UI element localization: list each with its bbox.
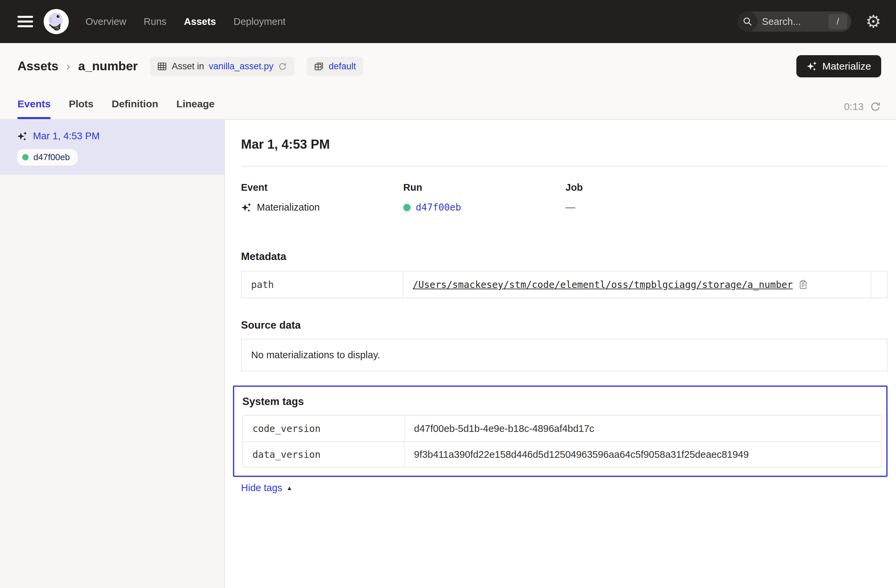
asset-tabs: Events Plots Definition Lineage 0:13 — [0, 98, 896, 119]
metadata-key: path — [242, 272, 403, 298]
gear-icon[interactable]: ⚙ — [866, 13, 881, 30]
event-type-value: Materialization — [257, 202, 320, 213]
menu-icon[interactable] — [17, 16, 33, 27]
top-nav: Overview Runs Assets Deployment / ⚙ — [0, 0, 896, 43]
metadata-section: Metadata path /Users/smackesey/stm/code/… — [241, 251, 888, 298]
system-tag-value: 9f3b411a390fd22e158d446d5d12504963596aa6… — [414, 449, 749, 460]
table-end-cell — [871, 272, 887, 298]
asset-file-link[interactable]: vanilla_asset.py — [209, 61, 273, 71]
nav-item-assets[interactable]: Assets — [184, 16, 216, 27]
nav-item-overview[interactable]: Overview — [85, 16, 126, 27]
run-id-link[interactable]: d47f00eb — [416, 202, 461, 213]
hide-tags-link[interactable]: Hide tags ▲ — [241, 482, 293, 494]
run-status-dot — [22, 154, 29, 161]
event-detail-title: Mar 1, 4:53 PM — [241, 137, 888, 152]
event-timestamp: Mar 1, 4:53 PM — [33, 131, 100, 141]
run-column-label: Run — [403, 182, 565, 193]
system-tag-key: code_version — [243, 416, 405, 441]
table-row: path /Users/smackesey/stm/code/elementl/… — [242, 272, 887, 298]
table-row: code_version d47f00eb-5d1b-4e9e-b18c-489… — [243, 416, 881, 441]
tab-lineage[interactable]: Lineage — [176, 98, 215, 119]
page-title: a_number — [78, 59, 138, 73]
job-value: — — [565, 202, 575, 213]
source-data-heading: Source data — [241, 319, 888, 331]
tab-definition[interactable]: Definition — [112, 98, 158, 119]
refresh-countdown: 0:13 — [844, 101, 864, 112]
hide-tags-label: Hide tags — [241, 482, 282, 494]
code-location-link[interactable]: default — [329, 61, 356, 71]
divider — [241, 166, 888, 167]
global-search[interactable]: / — [738, 11, 851, 32]
run-status-dot — [403, 204, 411, 211]
system-tags-heading: System tags — [242, 396, 882, 408]
search-input[interactable] — [761, 16, 815, 27]
nav-item-deployment[interactable]: Deployment — [233, 16, 286, 27]
materialization-sparkle-icon — [241, 202, 252, 213]
event-summary: Event Materialization Run d47f00eb — [241, 182, 888, 213]
tab-plots[interactable]: Plots — [69, 98, 93, 119]
primary-nav: Overview Runs Assets Deployment — [85, 16, 285, 27]
materialize-button[interactable]: Materialize — [796, 55, 881, 77]
source-data-empty-message: No materializations to display. — [241, 339, 888, 371]
table-row: data_version 9f3b411a390fd22e158d446d5d1… — [243, 441, 881, 467]
source-data-section: Source data No materializations to displ… — [241, 319, 888, 371]
breadcrumb: Assets › a_number Asset in vanilla_asset… — [0, 55, 896, 77]
path-link[interactable]: /Users/smackesey/stm/code/elementl/oss/t… — [413, 279, 793, 290]
materialize-button-label: Materialize — [822, 61, 871, 72]
nav-item-runs[interactable]: Runs — [144, 16, 167, 27]
dagster-logo-icon[interactable] — [43, 8, 69, 35]
breadcrumb-assets-link[interactable]: Assets — [17, 59, 58, 73]
reload-icon[interactable] — [278, 62, 287, 71]
event-list-item[interactable]: Mar 1, 4:53 PM d47f00eb — [0, 120, 224, 175]
system-tag-value: d47f00eb-5d1b-4e9e-b18c-4896af4bd17c — [414, 423, 594, 434]
repo-grid-icon — [314, 62, 324, 71]
run-badge[interactable]: d47f00eb — [17, 149, 78, 166]
asset-location-prefix: Asset in — [172, 61, 204, 71]
metadata-table: path /Users/smackesey/stm/code/elementl/… — [241, 271, 888, 298]
asset-location-badge[interactable]: Asset in vanilla_asset.py — [150, 57, 294, 76]
search-shortcut-key: / — [828, 14, 847, 29]
code-location-badge[interactable]: default — [306, 57, 363, 76]
copy-clipboard-icon[interactable] — [798, 280, 808, 290]
system-tag-key: data_version — [243, 442, 405, 467]
job-column-label: Job — [565, 182, 728, 193]
event-column-label: Event — [241, 182, 403, 193]
event-list-sidebar: Mar 1, 4:53 PM d47f00eb — [0, 120, 225, 588]
tab-events[interactable]: Events — [17, 98, 50, 119]
run-badge-id: d47f00eb — [34, 152, 70, 163]
table-grid-icon — [157, 62, 167, 71]
caret-up-icon: ▲ — [286, 485, 293, 492]
sparkle-icon — [806, 61, 817, 71]
system-tags-table: code_version d47f00eb-5d1b-4e9e-b18c-489… — [242, 415, 882, 468]
metadata-heading: Metadata — [241, 251, 888, 263]
materialization-sparkle-icon — [17, 131, 27, 141]
chevron-right-icon: › — [66, 60, 70, 73]
asset-header: Assets › a_number Asset in vanilla_asset… — [0, 43, 896, 120]
event-detail-panel: Mar 1, 4:53 PM Event Materialization Run — [225, 120, 896, 588]
system-tags-section: System tags code_version d47f00eb-5d1b-4… — [233, 386, 888, 477]
refresh-icon[interactable] — [870, 101, 881, 112]
search-icon — [738, 11, 758, 32]
